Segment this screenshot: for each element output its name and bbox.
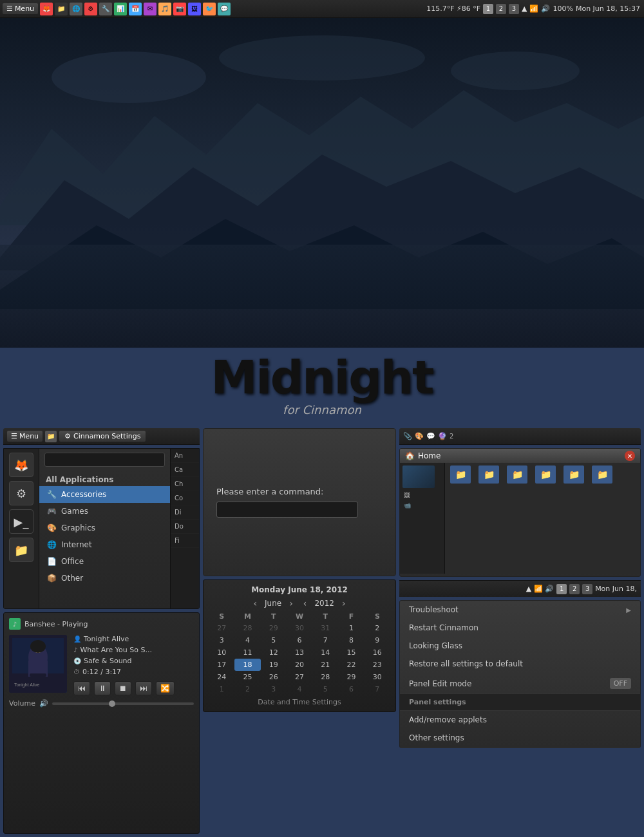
cal-day[interactable]: 24 <box>209 671 234 683</box>
app-icon-8[interactable]: 🖼 <box>188 3 201 15</box>
app-item-ch[interactable]: Ch <box>171 477 199 491</box>
browser-icon[interactable]: 🌐 <box>70 3 82 15</box>
files-app-icon[interactable]: 📁 <box>9 538 33 562</box>
cal-day[interactable]: 14 <box>312 646 338 659</box>
volume-knob[interactable] <box>109 701 115 707</box>
cal-next-month-btn[interactable]: › <box>287 598 296 608</box>
system-app-icon[interactable]: ⚙ <box>9 481 33 505</box>
mini-panel-icon[interactable]: 📁 <box>45 431 57 442</box>
calendar-footer[interactable]: Date and Time Settings <box>209 698 390 706</box>
fm-file-1[interactable]: 📁 <box>448 466 473 485</box>
cal-day[interactable]: 3 <box>261 683 287 695</box>
stop-button[interactable]: ⏹ <box>115 681 131 695</box>
looking-glass-item[interactable]: Looking Glass <box>400 637 640 655</box>
cal-day[interactable]: 29 <box>261 622 287 634</box>
app-icon-5[interactable]: ✉ <box>144 3 156 15</box>
app-item-co[interactable]: Co <box>171 491 199 505</box>
workspace-2-btn[interactable]: 2 <box>496 4 506 14</box>
app-item-di[interactable]: Di <box>171 505 199 520</box>
troubleshoot-item[interactable]: Troubleshoot ▶ <box>400 601 640 619</box>
panel-edit-mode-item[interactable]: Panel Edit mode OFF <box>400 673 640 693</box>
cal-day[interactable]: 9 <box>365 634 390 646</box>
cal-day[interactable]: 19 <box>261 659 287 671</box>
panel-edit-toggle[interactable]: OFF <box>610 678 631 689</box>
shuffle-button[interactable]: 🔀 <box>156 681 175 695</box>
cal-day[interactable]: 30 <box>365 671 390 683</box>
fm-file-5[interactable]: 📁 <box>561 466 587 485</box>
right-ws-2[interactable]: 2 <box>569 584 580 594</box>
app-search-input[interactable] <box>44 453 165 467</box>
mini-menu-button[interactable]: ☰ Menu <box>7 431 43 442</box>
app-icon-10[interactable]: 💬 <box>218 3 231 15</box>
cal-next-year-btn[interactable]: › <box>339 598 348 608</box>
app-item-ca[interactable]: Ca <box>171 463 199 477</box>
workspace-1-btn[interactable]: 1 <box>483 4 493 14</box>
fm-close-btn[interactable]: ✕ <box>625 451 635 461</box>
cal-day[interactable]: 7 <box>365 683 390 695</box>
app-icon-4[interactable]: 📅 <box>129 3 142 15</box>
right-ws-3[interactable]: 3 <box>582 584 592 594</box>
volume-slider[interactable] <box>52 702 194 705</box>
cal-day[interactable]: 18 <box>234 659 260 671</box>
cal-day[interactable]: 8 <box>338 634 364 646</box>
cal-day[interactable]: 28 <box>312 671 338 683</box>
cal-day[interactable]: 23 <box>365 659 390 671</box>
app-icon-3[interactable]: 📊 <box>114 3 127 15</box>
cal-prev-year-btn[interactable]: ‹ <box>301 598 310 608</box>
pause-button[interactable]: ⏸ <box>94 681 111 695</box>
right-ws-1[interactable]: 1 <box>556 584 567 594</box>
cal-day[interactable]: 27 <box>287 671 312 683</box>
cal-prev-btn[interactable]: ‹ <box>251 598 260 608</box>
cal-day[interactable]: 31 <box>312 622 338 634</box>
terminal-app-icon[interactable]: ▶_ <box>9 509 33 534</box>
category-accessories[interactable]: 🔧 Accessories <box>39 486 170 503</box>
app-icon-6[interactable]: 🎵 <box>158 3 171 15</box>
restore-defaults-item[interactable]: Restore all settings to default <box>400 655 640 673</box>
fm-sidebar-pictures[interactable]: 🖼 <box>402 490 442 500</box>
firefox-app-icon[interactable]: 🦊 <box>9 453 33 477</box>
cal-day[interactable]: 4 <box>287 683 312 695</box>
cal-day[interactable]: 2 <box>234 683 260 695</box>
other-settings-item[interactable]: Other settings <box>400 729 640 747</box>
fm-file-4[interactable]: 📁 <box>533 466 558 485</box>
all-apps-item[interactable]: All Applications <box>39 473 170 486</box>
category-games[interactable]: 🎮 Games <box>39 503 170 520</box>
cal-day[interactable]: 16 <box>365 646 390 659</box>
app-icon-2[interactable]: 🔧 <box>99 3 112 15</box>
cal-day[interactable]: 11 <box>234 646 260 659</box>
cal-day[interactable]: 2 <box>365 622 390 634</box>
menu-button[interactable]: ☰ Menu <box>3 3 38 14</box>
cal-day[interactable]: 12 <box>261 646 287 659</box>
fm-file-3[interactable]: 📁 <box>504 466 530 485</box>
cal-day[interactable]: 7 <box>312 634 338 646</box>
cal-day[interactable]: 26 <box>261 671 287 683</box>
category-other[interactable]: 📦 Other <box>39 570 170 587</box>
cal-day[interactable]: 13 <box>287 646 312 659</box>
fm-file-6[interactable]: 📁 <box>589 466 615 485</box>
prev-button[interactable]: ⏮ <box>73 681 90 695</box>
cal-day[interactable]: 27 <box>209 622 234 634</box>
files-icon[interactable]: 📁 <box>55 3 68 15</box>
cal-day[interactable]: 22 <box>338 659 364 671</box>
restart-cinnamon-item[interactable]: Restart Cinnamon <box>400 619 640 637</box>
cal-day[interactable]: 25 <box>234 671 260 683</box>
app-item-an[interactable]: An <box>171 449 199 463</box>
category-office[interactable]: 📄 Office <box>39 553 170 570</box>
cal-day[interactable]: 17 <box>209 659 234 671</box>
cal-day[interactable]: 29 <box>338 671 364 683</box>
app-item-do[interactable]: Do <box>171 520 199 534</box>
cal-day[interactable]: 10 <box>209 646 234 659</box>
workspace-3-btn[interactable]: 3 <box>509 4 519 14</box>
run-dialog-input[interactable] <box>216 502 358 518</box>
cal-day[interactable]: 4 <box>234 634 260 646</box>
app-icon-9[interactable]: 🐦 <box>203 3 216 15</box>
category-internet[interactable]: 🌐 Internet <box>39 536 170 553</box>
cal-day[interactable]: 1 <box>338 622 364 634</box>
cal-day[interactable]: 1 <box>209 683 234 695</box>
app-icon-7[interactable]: 📷 <box>173 3 186 15</box>
app-item-fi[interactable]: Fi <box>171 534 199 548</box>
cal-day[interactable]: 5 <box>261 634 287 646</box>
cinnamon-settings-button[interactable]: ⚙ Cinnamon Settings <box>59 431 146 442</box>
fm-sidebar-videos[interactable]: 📹 <box>402 500 442 511</box>
cal-day[interactable]: 3 <box>209 634 234 646</box>
